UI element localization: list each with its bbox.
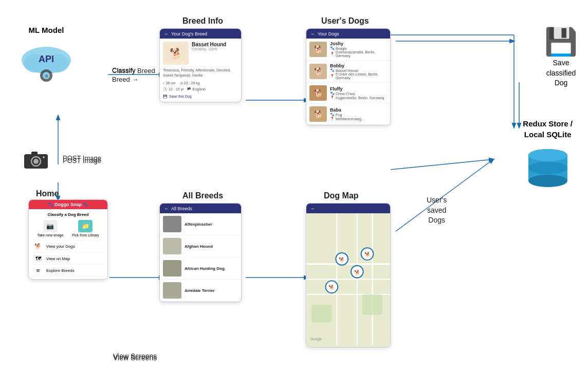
take-image-btn[interactable]: 📷 Take new Image [37,220,63,237]
diagram-container: ML Model API ⚙ Classify Breed POST Image [0,0,588,369]
breed-traits: Tenacious, Friendly, Affectionate, Devot… [163,68,238,78]
dog-loc-joshy: 📍 Gneisenaustraße, Berlin, Germany [330,50,387,58]
dog-map-header: ← [306,204,390,213]
redux-label: Redux Store /Local SQLite [523,118,573,140]
svg-text:⚙: ⚙ [45,74,48,79]
svg-text:🐕: 🐕 [364,251,371,258]
library-btn-icon: 📁 [78,220,93,232]
breed-list-item-affenpinscher[interactable]: Affenpinscher [160,213,241,235]
breed-list-item-airedale[interactable]: Airedale Terrier [160,280,241,302]
breed-top: 🐕 Basset Hound Certainty: 100% [163,42,238,65]
breed-info-header-label: Your Dog's Breed [171,31,207,36]
dog-img-baba: 🐕 [309,106,327,122]
svg-text:🐕: 🐕 [354,269,361,276]
breed-info-title: Breed Info [182,16,223,26]
dog-info-bobby: Bobby 🐾 Basset Hound 📍 5 Unter den Linde… [330,63,387,80]
back-arrow-map-icon[interactable]: ← [310,206,316,211]
dog-breed-joshy: 🐾 Beagle [330,46,387,50]
dog-breed-bobby: 🐾 Basset Hound [330,68,387,72]
all-breeds-title: All Breeds [182,191,223,200]
library-btn[interactable]: 📁 Pick from Library [72,220,99,237]
breed-origin-row: 🕐 12 - 15 yr 🏴 England [163,87,238,91]
redux-section: Redux Store /Local SQLite [523,118,573,199]
breed-certainty: Certainty: 100% [192,47,226,51]
camera-btn-icon: 📷 [43,220,58,232]
camera-section [23,149,49,172]
breed-save-button[interactable]: 💾 Save this Dog [163,95,238,99]
users-saved-dogs-label: User'ssavedDogs [427,195,447,226]
view-dogs-menu-item[interactable]: 🐕 View your Dogs [33,240,103,252]
dog-img-fluffy: 🐕 [309,85,327,101]
back-arrow-icon[interactable]: ← [164,31,169,36]
explore-breeds-label: Explore Breeds [46,268,75,273]
dog-info-joshy: Joshy 🐾 Beagle 📍 Gneisenaustraße, Berlin… [330,41,387,58]
users-dogs-header-label: Your Dogs [318,31,339,36]
dog-img-bobby: 🐕 [309,64,327,79]
breed-dog-name: Basset Hound [192,42,226,47]
breed-list-item-african[interactable]: African Hunting Dog [160,257,241,280]
view-map-label: View on Map [46,256,70,261]
dog-map-phone: ← 🐕 🐕 [306,203,391,347]
svg-rect-33 [362,294,383,315]
breed-dog-image: 🐕 [163,42,189,65]
home-buttons-row: 📷 Take new Image 📁 Pick from Library [33,220,103,237]
dog-loc-baba: 📍 Mehlbeerenweg... [330,117,387,121]
svg-point-25 [43,156,45,158]
map-background: 🐕 🐕 🐕 🐕 Google [306,213,390,345]
dog-loc-bobby: 📍 5 Unter den Linden, Berlin, Germany [330,72,387,80]
dog-loc-fluffy: 📍 Kuglerstraße, Berlin, Germany [330,96,387,100]
save-classified-label: 💾 SaveclassifiedDog [544,28,578,88]
breeds-menu-icon: ≡ [33,267,43,273]
svg-text:Google: Google [310,337,322,341]
breed-height: ↕ 36 cm [163,81,176,85]
dog-map-title: Dog Map [324,191,359,200]
dog-list-item-baba[interactable]: 🐕 Baba 🐾 Pug 📍 Mehlbeerenweg... [306,104,390,125]
users-dogs-phone: ← Your Dogs 🐕 Joshy 🐾 Beagle 📍 Gneisenau… [306,28,391,125]
map-menu-icon: 🗺 [33,255,43,262]
dog-name-bobby: Bobby [330,63,387,68]
view-dogs-label: View your Dogs [46,244,75,249]
dog-list-item-joshy[interactable]: 🐕 Joshy 🐾 Beagle 📍 Gneisenaustraße, Berl… [306,39,390,61]
dog-info-fluffy: Fluffy 🐾 Chow Chow 📍 Kuglerstraße, Berli… [330,86,387,100]
breed-name-airedale: Airedale Terrier [185,288,215,293]
dog-list-item-bobby[interactable]: 🐕 Bobby 🐾 Basset Hound 📍 5 Unter den Lin… [306,61,390,83]
breed-info-header: ← Your Dog's Breed [160,29,241,39]
home-phone: 🐾 Doggo Snap 🐾 Classify a Dog Breed 📷 Ta… [28,199,108,280]
home-body: Classify a Dog Breed 📷 Take new Image 📁 … [29,209,107,279]
breed-list-item-afghan[interactable]: Afghan Hound [160,235,241,257]
dog-list-item-fluffy[interactable]: 🐕 Fluffy 🐾 Chow Chow 📍 Kuglerstraße, Ber… [306,83,390,104]
breed-name-block: Basset Hound Certainty: 100% [192,42,226,51]
breed-img-african [163,260,181,276]
arrows-svg [0,0,588,369]
ml-model-section: ML Model API ⚙ [15,26,77,87]
breed-name-affenpinscher: Affenpinscher [185,222,212,227]
breed-weight: ⚖ 23 - 29 kg [180,81,200,85]
post-image-text: POST Image [63,154,101,162]
users-dogs-title: User's Dogs [321,16,369,26]
view-map-menu-item[interactable]: 🗺 View on Map [33,252,103,264]
back-arrow-dogs-icon[interactable]: ← [310,31,316,36]
svg-rect-34 [311,305,332,323]
home-phone-inner: 🐾 Doggo Snap 🐾 Classify a Dog Breed 📷 Ta… [29,200,107,279]
breed-info-body: 🐕 Basset Hound Certainty: 100% Tenacious… [160,39,241,102]
dog-info-baba: Baba 🐾 Pug 📍 Mehlbeerenweg... [330,107,387,121]
back-arrow-breeds-icon[interactable]: ← [164,206,169,211]
camera-icon [23,149,49,170]
svg-point-48 [528,149,567,161]
breed-name-african: African Hunting Dog [185,266,225,271]
explore-breeds-menu-item[interactable]: ≡ Explore Breeds [33,264,103,276]
home-title: Home [36,189,59,198]
database-icon [525,146,571,197]
dog-name-baba: Baba [330,107,387,113]
svg-text:🐕: 🐕 [339,256,345,263]
view-screens-text: View Screens [113,352,157,360]
cloud-api-icon: API ⚙ [15,39,77,85]
take-image-label: Take new Image [37,233,63,237]
users-dogs-header: ← Your Dogs [306,29,390,39]
home-top-bar: 🐾 Doggo Snap 🐾 [29,200,107,209]
svg-point-46 [528,175,567,187]
dog-breed-fluffy: 🐾 Chow Chow [330,91,387,96]
breed-img-afghan [163,238,181,254]
map-body: 🐕 🐕 🐕 🐕 Google [306,213,390,347]
all-breeds-header-label: All Breeds [171,206,192,211]
